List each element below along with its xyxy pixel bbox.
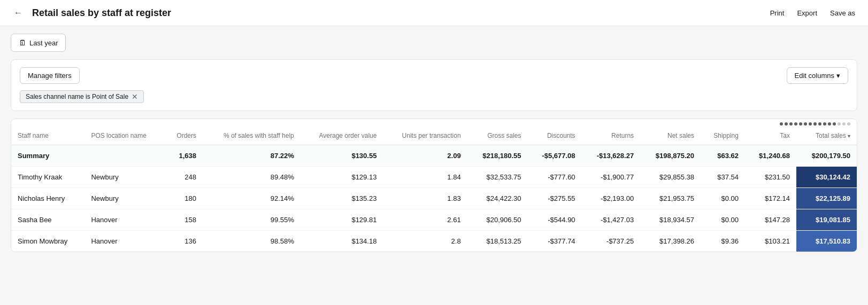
dot: [838, 122, 841, 126]
orders: 248: [165, 167, 203, 188]
avg-order-value: $129.13: [301, 167, 383, 188]
table-row: Nicholas HenryNewbury18092.14%$135.231.8…: [11, 188, 857, 209]
filter-section: Manage filters Edit columns ▾ Sales chan…: [11, 59, 857, 111]
shipping: $37.54: [701, 167, 745, 188]
staff-name: Nicholas Henry: [11, 188, 85, 209]
gross-sales: $18,513.25: [467, 231, 528, 252]
net-sales: $18,934.57: [640, 209, 701, 231]
staff-name: Simon Mowbray: [11, 231, 85, 252]
net-sales: $21,953.75: [640, 188, 701, 209]
summary-tax: $1,240.68: [745, 145, 796, 167]
active-filters: Sales channel name is Point of Sale ✕: [20, 90, 848, 103]
total-sales: $17,510.83: [796, 231, 857, 252]
returns: -$2,193.00: [582, 188, 641, 209]
dots-indicator: [780, 122, 850, 126]
print-button[interactable]: Print: [768, 6, 787, 20]
dots-row: [11, 119, 857, 127]
edit-columns-button[interactable]: Edit columns ▾: [787, 67, 848, 84]
top-bar: ← Retail sales by staff at register Prin…: [0, 0, 868, 26]
summary-avg-order-value: $130.55: [301, 145, 383, 167]
staff-name: Timothy Kraak: [11, 167, 85, 188]
pct-staff-help: 98.58%: [203, 231, 301, 252]
filter-tag: Sales channel name is Point of Sale ✕: [20, 90, 144, 103]
dot: [828, 122, 831, 126]
calendar-icon: 🗓: [19, 38, 26, 47]
page-title: Retail sales by staff at register: [32, 7, 171, 19]
summary-discounts: -$5,677.08: [528, 145, 582, 167]
discounts: -$275.55: [528, 188, 582, 209]
table-row: Simon MowbrayHanover13698.58%$134.182.8$…: [11, 231, 857, 252]
filter-tag-label: Sales channel name is Point of Sale: [26, 93, 128, 100]
back-button[interactable]: ←: [11, 5, 26, 20]
discounts: -$777.60: [528, 167, 582, 188]
shipping: $0.00: [701, 209, 745, 231]
col-orders[interactable]: Orders: [165, 127, 203, 145]
tax: $147.28: [745, 209, 796, 231]
net-sales: $29,855.38: [640, 167, 701, 188]
avg-order-value: $134.18: [301, 231, 383, 252]
date-filter-button[interactable]: 🗓 Last year: [11, 34, 66, 52]
total-sales: $22,125.89: [796, 188, 857, 209]
summary-net-sales: $198,875.20: [640, 145, 701, 167]
staff-name: Sasha Bee: [11, 209, 85, 231]
tax: $103.21: [745, 231, 796, 252]
pct-staff-help: 92.14%: [203, 188, 301, 209]
avg-order-value: $135.23: [301, 188, 383, 209]
summary-units-per-transaction: 2.09: [383, 145, 467, 167]
col-tax[interactable]: Tax: [745, 127, 796, 145]
summary-shipping: $63.62: [701, 145, 745, 167]
returns: -$1,427.03: [582, 209, 641, 231]
discounts: -$377.74: [528, 231, 582, 252]
summary-orders: 1,638: [165, 145, 203, 167]
gross-sales: $32,533.75: [467, 167, 528, 188]
col-gross-sales[interactable]: Gross sales: [467, 127, 528, 145]
dot: [818, 122, 821, 126]
units-per-transaction: 2.61: [383, 209, 467, 231]
filter-tag-close[interactable]: ✕: [132, 93, 138, 100]
col-pct-staff-help[interactable]: % of sales with staff help: [203, 127, 301, 145]
orders: 136: [165, 231, 203, 252]
col-total-sales[interactable]: Total sales ▾: [796, 127, 857, 145]
filter-top: Manage filters Edit columns ▾: [20, 67, 848, 84]
summary-gross-sales: $218,180.55: [467, 145, 528, 167]
table-row: Sasha BeeHanover15899.55%$129.812.61$20,…: [11, 209, 857, 231]
col-staff-name[interactable]: Staff name: [11, 127, 85, 145]
pos-location: Newbury: [85, 167, 164, 188]
gross-sales: $20,906.50: [467, 209, 528, 231]
units-per-transaction: 1.83: [383, 188, 467, 209]
top-bar-right: Print Export Save as: [768, 6, 857, 20]
units-per-transaction: 2.8: [383, 231, 467, 252]
summary-staff-name: Summary: [11, 145, 85, 167]
col-shipping[interactable]: Shipping: [701, 127, 745, 145]
col-returns[interactable]: Returns: [582, 127, 641, 145]
edit-columns-label: Edit columns: [795, 72, 834, 80]
orders: 180: [165, 188, 203, 209]
col-pos-location[interactable]: POS location name: [85, 127, 164, 145]
returns: -$737.25: [582, 231, 641, 252]
table-header-row: Staff name POS location name Orders % of…: [11, 127, 857, 145]
manage-filters-button[interactable]: Manage filters: [20, 67, 80, 84]
orders: 158: [165, 209, 203, 231]
col-discounts[interactable]: Discounts: [528, 127, 582, 145]
save-as-button[interactable]: Save as: [828, 6, 857, 20]
pos-location: Hanover: [85, 209, 164, 231]
units-per-transaction: 1.84: [383, 167, 467, 188]
summary-pos-location: [85, 145, 164, 167]
export-button[interactable]: Export: [795, 6, 819, 20]
pct-staff-help: 89.48%: [203, 167, 301, 188]
col-avg-order-value[interactable]: Average order value: [301, 127, 383, 145]
dot: [804, 122, 807, 126]
dot: [785, 122, 788, 126]
dot: [794, 122, 797, 126]
pct-staff-help: 99.55%: [203, 209, 301, 231]
discounts: -$544.90: [528, 209, 582, 231]
table-section: Staff name POS location name Orders % of…: [11, 119, 857, 252]
col-units-per-transaction[interactable]: Units per transaction: [383, 127, 467, 145]
col-net-sales[interactable]: Net sales: [640, 127, 701, 145]
avg-order-value: $129.81: [301, 209, 383, 231]
dot: [842, 122, 846, 126]
dot: [780, 122, 783, 126]
date-filter-label: Last year: [29, 39, 58, 47]
summary-total-sales: $200,179.50: [796, 145, 857, 167]
gross-sales: $24,422.30: [467, 188, 528, 209]
